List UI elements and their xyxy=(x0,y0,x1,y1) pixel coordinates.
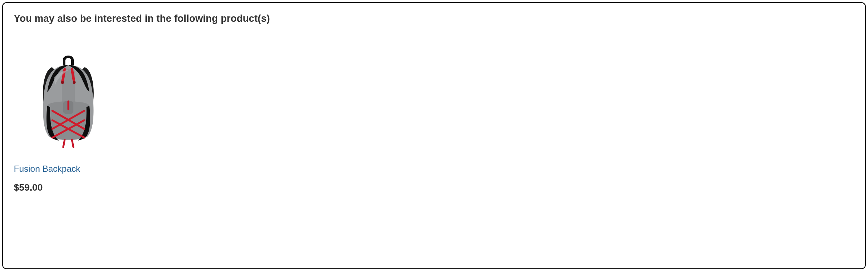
product-name-link[interactable]: Fusion Backpack xyxy=(14,164,123,174)
product-item: Fusion Backpack $59.00 xyxy=(14,45,123,193)
product-image-backpack xyxy=(14,45,123,154)
product-list: Fusion Backpack $59.00 xyxy=(14,45,854,193)
upsell-title: You may also be interested in the follow… xyxy=(14,13,854,24)
product-image-link[interactable] xyxy=(14,45,123,154)
svg-point-1 xyxy=(61,81,64,84)
upsell-panel: You may also be interested in the follow… xyxy=(2,2,866,269)
product-price: $59.00 xyxy=(14,182,123,193)
svg-point-2 xyxy=(73,81,76,84)
